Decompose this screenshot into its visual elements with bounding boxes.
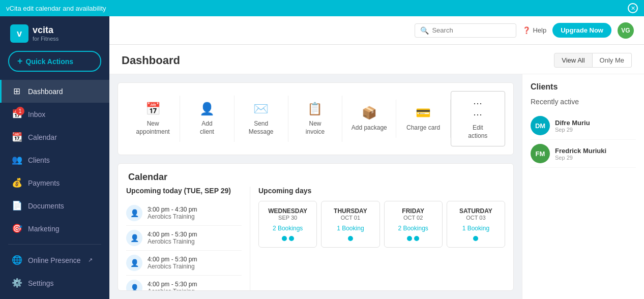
day-card-wednesday[interactable]: WEDNESDAY SEP 30 2 Bookings bbox=[258, 201, 317, 248]
day-card-friday[interactable]: FRIDAY OCT 02 2 Bookings bbox=[384, 201, 443, 248]
day-bookings[interactable]: 2 Bookings bbox=[389, 225, 438, 232]
upgrade-button[interactable]: Upgrade Now bbox=[552, 23, 611, 38]
day-bookings[interactable]: 1 Booking bbox=[451, 225, 501, 232]
appointment-name: Aerobics Training bbox=[148, 238, 197, 245]
client-date: Sep 29 bbox=[555, 155, 606, 161]
charge-card-icon: 💳 bbox=[416, 106, 431, 120]
appointment-name: Aerobics Training bbox=[148, 288, 197, 291]
appointment-item: 👤 4:00 pm - 5:30 pm Aerobics Training bbox=[126, 276, 242, 291]
appointment-item: 👤 4:00 pm - 5:30 pm Aerobics Training bbox=[126, 251, 242, 276]
action-new-invoice[interactable]: 📋 Newinvoice bbox=[288, 96, 342, 142]
appointment-time: 4:00 pm - 5:30 pm bbox=[148, 256, 197, 263]
sidebar-item-label: Inbox bbox=[28, 110, 45, 118]
sidebar-item-payments[interactable]: 💰 Payments bbox=[0, 171, 109, 194]
sidebar-logo: v vcita for Fitness bbox=[0, 16, 109, 49]
today-section: Upcoming today (TUE, SEP 29) 👤 3:00 pm -… bbox=[118, 187, 250, 291]
sidebar-item-documents[interactable]: 📄 Documents bbox=[0, 194, 109, 217]
sidebar-item-online-presence[interactable]: 🌐 Online Presence ↗ bbox=[0, 249, 109, 272]
appointment-icon: 👤 bbox=[126, 255, 142, 271]
quick-actions-button[interactable]: + Quick Actions bbox=[8, 51, 101, 72]
view-all-button[interactable]: View All bbox=[554, 53, 592, 68]
day-date: SEP 30 bbox=[263, 215, 312, 221]
days-grid: WEDNESDAY SEP 30 2 Bookings bbox=[258, 201, 505, 248]
main-content-panel: 📅 Newappointment 👤 Addclient ✉️ SendMess… bbox=[109, 74, 522, 299]
day-bookings[interactable]: 2 Bookings bbox=[263, 225, 312, 232]
sidebar-item-label: Payments bbox=[28, 179, 60, 187]
calendar-card: Calendar Upcoming today (TUE, SEP 29) 👤 … bbox=[118, 163, 514, 291]
sidebar-item-marketing[interactable]: 🎯 Marketing bbox=[0, 217, 109, 240]
day-name: WEDNESDAY bbox=[263, 207, 312, 215]
booking-dot bbox=[473, 236, 478, 241]
view-toggle: View All Only Me bbox=[554, 53, 632, 68]
action-add-package[interactable]: 📦 Add package bbox=[342, 100, 396, 138]
action-label: SendMessage bbox=[249, 120, 274, 136]
search-icon: 🔍 bbox=[420, 26, 429, 35]
close-icon[interactable]: ✕ bbox=[628, 3, 638, 13]
recently-active-title: Recently active bbox=[531, 98, 636, 106]
sidebar-item-clients[interactable]: 👥 Clients bbox=[0, 148, 109, 171]
sidebar-item-label: Online Presence bbox=[28, 256, 81, 264]
online-presence-icon: 🌐 bbox=[12, 255, 22, 265]
day-date: OCT 01 bbox=[326, 215, 375, 221]
action-edit-actions[interactable]: ⋯⋯ Editactions bbox=[451, 91, 505, 146]
settings-icon: ⚙️ bbox=[12, 278, 22, 288]
sidebar-item-label: Clients bbox=[28, 156, 50, 164]
new-invoice-icon: 📋 bbox=[307, 102, 323, 116]
appointment-item: 👤 4:00 pm - 5:30 pm Aerobics Training bbox=[126, 226, 242, 251]
appointment-icon: 👤 bbox=[126, 230, 142, 246]
appointment-item: 👤 3:00 pm - 4:30 pm Aerobics Training bbox=[126, 201, 242, 226]
day-card-thursday[interactable]: THURSDAY OCT 01 1 Booking bbox=[321, 201, 379, 248]
sidebar-item-label: Documents bbox=[28, 202, 64, 210]
action-charge-card[interactable]: 💳 Charge card bbox=[396, 100, 450, 138]
action-send-message[interactable]: ✉️ SendMessage bbox=[235, 96, 288, 142]
day-card-saturday[interactable]: SATURDAY OCT 03 1 Booking bbox=[447, 201, 505, 248]
sidebar-item-calendar[interactable]: 📆 Calendar bbox=[0, 126, 109, 148]
day-bookings[interactable]: 1 Booking bbox=[326, 225, 375, 232]
top-bar: vCita edit calendar and availability ✕ bbox=[0, 0, 644, 16]
sidebar-item-label: Calendar bbox=[28, 133, 57, 141]
add-package-icon: 📦 bbox=[362, 106, 377, 120]
client-item-fredrick[interactable]: FM Fredrick Muriuki Sep 29 bbox=[531, 140, 636, 168]
action-label: Editactions bbox=[468, 124, 487, 140]
day-dots bbox=[451, 236, 501, 241]
sidebar-item-settings[interactable]: ⚙️ Settings bbox=[0, 272, 109, 294]
sidebar-item-label: Marketing bbox=[28, 225, 59, 233]
dashboard-icon: ⊞ bbox=[12, 86, 22, 97]
action-add-client[interactable]: 👤 Addclient bbox=[180, 96, 234, 142]
search-box[interactable]: 🔍 bbox=[415, 23, 516, 38]
quick-actions-label: Quick Actions bbox=[26, 57, 74, 66]
booking-dot bbox=[414, 236, 419, 241]
appointment-time: 4:00 pm - 5:30 pm bbox=[148, 231, 197, 238]
booking-dot bbox=[407, 236, 412, 241]
calendar-icon: 📆 bbox=[12, 132, 22, 142]
user-avatar[interactable]: VG bbox=[618, 22, 634, 39]
client-name: Fredrick Muriuki bbox=[555, 147, 606, 155]
client-avatar-fm: FM bbox=[531, 144, 550, 163]
help-button[interactable]: ❓ Help bbox=[522, 26, 546, 34]
upcoming-title: Upcoming days bbox=[258, 187, 505, 195]
sidebar-item-dashboard[interactable]: ⊞ Dashboard bbox=[0, 80, 109, 103]
main-area: 🔍 ❓ Help Upgrade Now VG Dashboard View A… bbox=[109, 16, 644, 299]
content-inner: 📅 Newappointment 👤 Addclient ✉️ SendMess… bbox=[109, 74, 644, 299]
action-label: Addclient bbox=[200, 120, 214, 136]
payments-icon: 💰 bbox=[12, 177, 22, 188]
action-new-appointment[interactable]: 📅 Newappointment bbox=[126, 96, 180, 142]
sidebar-item-inbox[interactable]: 📅 Inbox 1 bbox=[0, 103, 109, 126]
logo-icon: v bbox=[10, 24, 28, 43]
search-input[interactable] bbox=[432, 26, 511, 34]
sidebar-item-getting-started[interactable]: 🚀 Getting started bbox=[0, 294, 109, 299]
day-date: OCT 02 bbox=[389, 215, 438, 221]
calendar-title: Calendar bbox=[118, 164, 513, 187]
external-link-icon: ↗ bbox=[88, 257, 93, 263]
dashboard-header: Dashboard View All Only Me bbox=[109, 45, 644, 74]
day-dots bbox=[326, 236, 375, 241]
appointment-icon: 👤 bbox=[126, 280, 142, 291]
send-message-icon: ✉️ bbox=[253, 102, 269, 116]
client-item-difre[interactable]: DM Difre Muriu Sep 29 bbox=[531, 112, 636, 140]
help-circle-icon: ❓ bbox=[522, 26, 531, 34]
only-me-button[interactable]: Only Me bbox=[593, 53, 632, 68]
day-name: FRIDAY bbox=[389, 207, 438, 215]
new-appointment-icon: 📅 bbox=[145, 102, 161, 116]
sidebar-item-label: Dashboard bbox=[28, 87, 63, 96]
clients-title: Clients bbox=[531, 82, 636, 92]
